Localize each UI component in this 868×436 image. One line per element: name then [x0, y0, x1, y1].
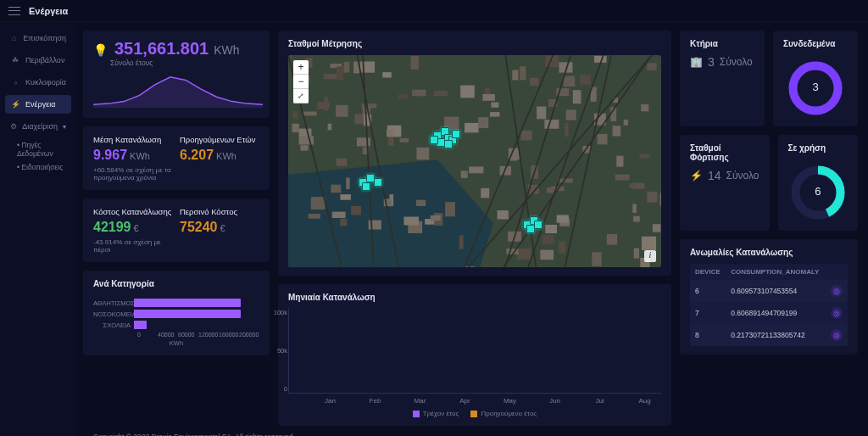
locate-icon[interactable]: ◎	[831, 285, 843, 297]
charging-panel: Σταθμοί Φόρτισης ⚡ 14 Σύνολο	[680, 135, 770, 231]
svg-rect-86	[537, 107, 546, 120]
svg-rect-103	[469, 166, 483, 173]
panel-title: Ανά Κατηγορία	[93, 279, 259, 288]
table-row[interactable]: 80.21730721133805742◎	[690, 324, 848, 346]
svg-rect-89	[299, 136, 314, 144]
svg-rect-114	[332, 212, 346, 218]
svg-rect-46	[336, 105, 348, 117]
stat-value: 75240	[180, 220, 218, 234]
svg-rect-64	[559, 241, 565, 254]
map[interactable]: + − ⤢ i	[288, 55, 661, 267]
stat-value: 9.967	[93, 148, 127, 162]
svg-rect-57	[357, 137, 370, 146]
svg-rect-108	[410, 56, 419, 70]
connected-panel: Συνδεδεμένα 3	[773, 31, 858, 126]
table-row[interactable]: 70.606891494709199◎	[690, 302, 848, 324]
svg-rect-80	[647, 192, 657, 203]
svg-rect-154	[369, 221, 381, 230]
svg-rect-198	[311, 197, 326, 210]
sidebar-item-4[interactable]: ⚙Διαχείριση▾	[5, 117, 71, 136]
zoom-reset-button[interactable]: ⤢	[293, 89, 309, 103]
map-pin[interactable]	[374, 178, 382, 187]
panel-title: Μηνιαία Κατανάλωση	[288, 293, 661, 302]
panel-title: Κτήρια	[690, 39, 754, 48]
hero-value: 351,661.801	[114, 39, 209, 59]
map-pin[interactable]	[444, 140, 453, 148]
svg-rect-168	[544, 120, 559, 129]
stat-label: Περσινό Κόστος	[180, 207, 259, 216]
sidebar-item-0[interactable]: ⌂Επισκόπηση	[5, 29, 71, 48]
chevron-down-icon: ▾	[63, 123, 66, 131]
svg-rect-187	[632, 204, 637, 213]
hero-panel: 💡 351,661.801 KWh Σύνολο έτους	[83, 31, 270, 118]
stat-label: Μέση Κατανάλωση	[93, 135, 173, 144]
category-bar: ΝΟΣΟΚΟΜΕΙΑ	[93, 310, 259, 318]
sidebar-item-1[interactable]: ☘Περιβάλλον	[5, 51, 71, 70]
svg-rect-129	[431, 215, 441, 221]
map-pin[interactable]	[362, 182, 370, 191]
svg-rect-150	[388, 136, 393, 146]
hero-sparkline	[93, 74, 263, 108]
map-panel: Σταθμοί Μέτρησης + − ⤢ i	[278, 31, 671, 276]
svg-rect-195	[403, 216, 419, 225]
map-zoom-control: + − ⤢	[293, 60, 309, 103]
svg-rect-165	[565, 123, 568, 137]
zoom-out-button[interactable]: −	[293, 75, 309, 89]
svg-rect-79	[303, 112, 316, 116]
panel-title: Σε χρήση	[788, 143, 849, 153]
svg-rect-41	[616, 156, 623, 167]
sidebar-item-2[interactable]: ⬨Κυκλοφορία	[5, 73, 71, 92]
charging-icon: ⚡	[690, 170, 703, 182]
svg-rect-188	[331, 185, 341, 193]
building-icon: 🏢	[690, 56, 703, 68]
svg-rect-193	[324, 97, 328, 111]
svg-rect-37	[580, 75, 591, 85]
svg-rect-113	[309, 214, 320, 219]
stat-value: 42199	[93, 220, 131, 234]
stat-delta: -43.914% σε σχέση με πέρσι	[93, 238, 173, 254]
footer: Copyright © 2022 Draxis Environmental SA…	[83, 426, 858, 436]
svg-rect-164	[598, 134, 608, 144]
menu-toggle[interactable]	[8, 7, 20, 15]
svg-rect-36	[382, 72, 392, 77]
table-row[interactable]: 60.609573107453554◎	[690, 280, 848, 302]
car-icon: ⬨	[10, 77, 20, 87]
map-pin[interactable]	[452, 130, 460, 138]
zoom-in-button[interactable]: +	[293, 60, 309, 75]
svg-rect-78	[615, 175, 630, 181]
locate-icon[interactable]: ◎	[831, 329, 843, 341]
svg-rect-142	[417, 148, 430, 159]
svg-rect-53	[634, 249, 639, 259]
inuse-panel: Σε χρήση 6	[778, 135, 859, 231]
svg-rect-139	[512, 70, 518, 81]
map-pin[interactable]	[430, 136, 438, 144]
svg-rect-151	[445, 202, 455, 216]
svg-rect-4	[328, 124, 332, 131]
svg-rect-107	[360, 61, 375, 72]
svg-rect-95	[540, 250, 554, 260]
svg-rect-116	[460, 86, 475, 98]
locate-icon[interactable]: ◎	[831, 307, 843, 319]
map-info-button[interactable]: i	[644, 250, 656, 262]
svg-rect-40	[400, 138, 409, 143]
svg-rect-102	[592, 252, 601, 266]
home-icon: ⌂	[10, 33, 18, 43]
svg-rect-58	[660, 193, 661, 205]
map-pin[interactable]	[534, 221, 542, 229]
svg-rect-13	[498, 210, 509, 219]
panel-title: Σταθμοί Φόρτισης	[690, 143, 760, 162]
sidebar-item-3[interactable]: ⚡Ενέργεια	[5, 95, 71, 114]
hero-unit: KWh	[214, 43, 239, 57]
anomalies-panel: Ανωμαλίες Κατανάλωσης DEVICE CONSUMPTION…	[680, 239, 858, 355]
svg-rect-84	[340, 219, 347, 226]
svg-rect-134	[292, 124, 299, 132]
panel-title: Ανωμαλίες Κατανάλωσης	[690, 248, 848, 257]
svg-rect-185	[642, 237, 656, 250]
sidebar-subitem-0[interactable]: Πηγές Δεδομένων	[5, 141, 71, 158]
sidebar-subitem-1[interactable]: Ειδοποιήσεις	[5, 163, 71, 171]
sidebar-item-label: Κυκλοφορία	[25, 78, 66, 87]
svg-rect-126	[629, 184, 636, 188]
svg-rect-192	[653, 224, 661, 232]
stat-delta: +60.584% σε σχέση με τα προηγούμενα χρόν…	[93, 166, 173, 182]
svg-rect-167	[545, 225, 557, 233]
